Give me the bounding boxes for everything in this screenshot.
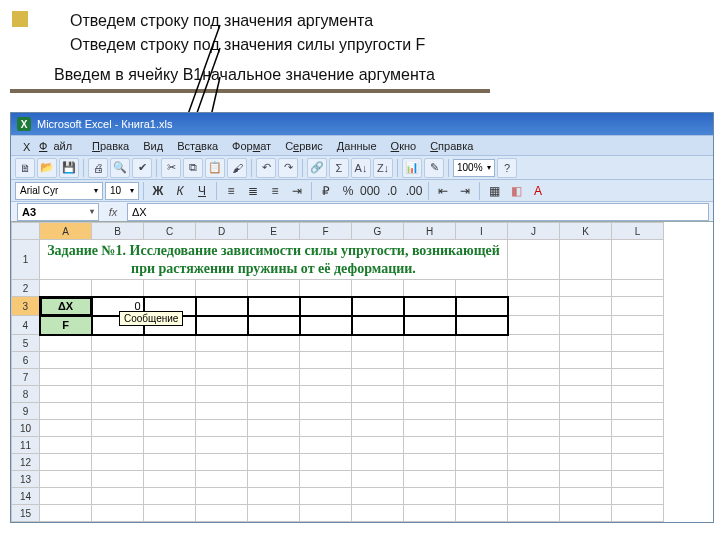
comma-icon[interactable]: 000: [360, 182, 380, 200]
zoom-box[interactable]: 100%▾: [453, 159, 495, 177]
cell-i3[interactable]: [456, 297, 508, 316]
merge-icon[interactable]: ⇥: [287, 182, 307, 200]
cut-icon[interactable]: ✂: [161, 158, 181, 178]
font-color-icon[interactable]: A: [528, 182, 548, 200]
row-header-14[interactable]: 14: [12, 488, 40, 505]
fmtpaint-icon[interactable]: 🖌: [227, 158, 247, 178]
row-header-7[interactable]: 7: [12, 369, 40, 386]
link-icon[interactable]: 🔗: [307, 158, 327, 178]
font-select[interactable]: Arial Cyr▾: [15, 182, 103, 200]
col-header-d[interactable]: D: [196, 223, 248, 240]
col-header-i[interactable]: I: [456, 223, 508, 240]
row-header-11[interactable]: 11: [12, 437, 40, 454]
sheet-area[interactable]: A B C D E F G H I J K L 1 Задание №1. Ис…: [11, 221, 713, 522]
indent-dec-icon[interactable]: ⇤: [433, 182, 453, 200]
row-header-10[interactable]: 10: [12, 420, 40, 437]
sort-desc-icon[interactable]: Z↓: [373, 158, 393, 178]
col-header-g[interactable]: G: [352, 223, 404, 240]
redo-icon[interactable]: ↷: [278, 158, 298, 178]
cell-i4[interactable]: [456, 316, 508, 335]
name-box[interactable]: A3▾: [17, 203, 99, 221]
col-header-e[interactable]: E: [248, 223, 300, 240]
select-all-corner[interactable]: [12, 223, 40, 240]
cell-h3[interactable]: [404, 297, 456, 316]
chart-icon[interactable]: 📊: [402, 158, 422, 178]
print-icon[interactable]: 🖨: [88, 158, 108, 178]
doc-icon: X: [17, 139, 31, 153]
row-header-15[interactable]: 15: [12, 505, 40, 522]
save-icon[interactable]: 💾: [59, 158, 79, 178]
currency-icon[interactable]: ₽: [316, 182, 336, 200]
cell-f3[interactable]: [300, 297, 352, 316]
row-header-4[interactable]: 4: [12, 316, 40, 335]
cell-e4[interactable]: [248, 316, 300, 335]
align-center-icon[interactable]: ≣: [243, 182, 263, 200]
paste-icon[interactable]: 📋: [205, 158, 225, 178]
cell-d3[interactable]: [196, 297, 248, 316]
menu-data[interactable]: Данные: [331, 138, 383, 154]
menu-format[interactable]: Формат: [226, 138, 277, 154]
annotation-b1-value: Введем в ячейку B1начальное значение арг…: [54, 66, 435, 84]
sum-icon[interactable]: Σ: [329, 158, 349, 178]
cell-d4[interactable]: [196, 316, 248, 335]
formula-input[interactable]: ΔX: [127, 203, 709, 221]
fx-icon[interactable]: fx: [99, 206, 127, 218]
row-header-2[interactable]: 2: [12, 280, 40, 297]
row-header-8[interactable]: 8: [12, 386, 40, 403]
menu-edit[interactable]: Правка: [86, 138, 135, 154]
col-header-f[interactable]: F: [300, 223, 352, 240]
menu-tools[interactable]: Сервис: [279, 138, 329, 154]
new-icon[interactable]: 🗎: [15, 158, 35, 178]
col-header-h[interactable]: H: [404, 223, 456, 240]
col-header-b[interactable]: B: [92, 223, 144, 240]
format-toolbar: Arial Cyr▾ 10▾ Ж К Ч ≡ ≣ ≡ ⇥ ₽ % 000 .0 …: [11, 179, 713, 201]
menu-file[interactable]: Файл: [33, 138, 84, 154]
col-header-l[interactable]: L: [612, 223, 664, 240]
col-header-a[interactable]: A: [40, 223, 92, 240]
align-left-icon[interactable]: ≡: [221, 182, 241, 200]
row-header-3[interactable]: 3: [12, 297, 40, 316]
row-header-6[interactable]: 6: [12, 352, 40, 369]
fill-color-icon[interactable]: ◧: [506, 182, 526, 200]
help-icon[interactable]: ?: [497, 158, 517, 178]
cell-g4[interactable]: [352, 316, 404, 335]
col-header-c[interactable]: C: [144, 223, 196, 240]
inc-dec-icon[interactable]: .0: [382, 182, 402, 200]
menubar[interactable]: X Файл Правка Вид Вставка Формат Сервис …: [11, 135, 713, 155]
open-icon[interactable]: 📂: [37, 158, 57, 178]
cell-h4[interactable]: [404, 316, 456, 335]
undo-icon[interactable]: ↶: [256, 158, 276, 178]
align-right-icon[interactable]: ≡: [265, 182, 285, 200]
dec-dec-icon[interactable]: .00: [404, 182, 424, 200]
preview-icon[interactable]: 🔍: [110, 158, 130, 178]
col-header-j[interactable]: J: [508, 223, 560, 240]
sort-asc-icon[interactable]: A↓: [351, 158, 371, 178]
italic-button[interactable]: К: [170, 182, 190, 200]
border-icon[interactable]: ▦: [484, 182, 504, 200]
spell-icon[interactable]: ✔: [132, 158, 152, 178]
cell-a3[interactable]: ΔX: [40, 297, 92, 316]
cell-a4[interactable]: F: [40, 316, 92, 335]
copy-icon[interactable]: ⧉: [183, 158, 203, 178]
percent-icon[interactable]: %: [338, 182, 358, 200]
font-size[interactable]: 10▾: [105, 182, 139, 200]
cell-f4[interactable]: [300, 316, 352, 335]
cell-e3[interactable]: [248, 297, 300, 316]
row-header-1[interactable]: 1: [12, 240, 40, 280]
row-header-5[interactable]: 5: [12, 335, 40, 352]
col-header-k[interactable]: K: [560, 223, 612, 240]
underline-button[interactable]: Ч: [192, 182, 212, 200]
indent-inc-icon[interactable]: ⇥: [455, 182, 475, 200]
row-header-13[interactable]: 13: [12, 471, 40, 488]
row-header-12[interactable]: 12: [12, 454, 40, 471]
cell-task[interactable]: Задание №1. Исследование зависимости сил…: [40, 240, 508, 280]
cell-g3[interactable]: [352, 297, 404, 316]
menu-view[interactable]: Вид: [137, 138, 169, 154]
menu-window[interactable]: Окно: [385, 138, 423, 154]
menu-help[interactable]: Справка: [424, 138, 479, 154]
drawing-icon[interactable]: ✎: [424, 158, 444, 178]
menu-insert[interactable]: Вставка: [171, 138, 224, 154]
bold-button[interactable]: Ж: [148, 182, 168, 200]
row-header-9[interactable]: 9: [12, 403, 40, 420]
excel-window: X Microsoft Excel - Книга1.xls X Файл Пр…: [10, 112, 714, 523]
